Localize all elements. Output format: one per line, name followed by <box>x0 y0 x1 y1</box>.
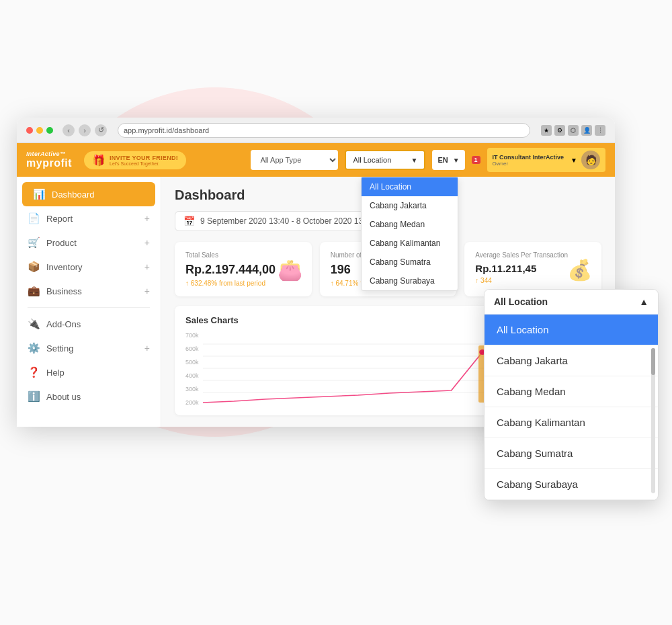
user-name-text: IT Consultant InterActive <box>493 154 564 161</box>
gift-icon: 🎁 <box>92 154 106 167</box>
y-label-700k: 700k <box>185 332 199 339</box>
back-btn[interactable]: ‹ <box>62 124 75 136</box>
dropdown-small-item-kalimantan[interactable]: Cabang Kalimantan <box>362 234 458 253</box>
dropdown-large-up-arrow: ▲ <box>639 296 648 307</box>
sidebar-label-aboutus: About us <box>46 392 150 402</box>
location-select-button[interactable]: All Location ▼ <box>345 150 425 170</box>
location-dropdown-large[interactable]: All Location ▲ All Location Cabang Jakar… <box>484 289 659 501</box>
dropdown-large-item-surabaya[interactable]: Cabang Surabaya <box>485 469 658 500</box>
menu-icon[interactable]: ⋮ <box>595 125 605 136</box>
location-dropdown-small[interactable]: All Location Cabang Jakarta Cabang Medan… <box>361 177 458 291</box>
minimize-window-btn[interactable] <box>36 127 43 134</box>
dropdown-large-item-kalimantan[interactable]: Cabang Kalimantan <box>485 407 658 438</box>
lang-chevron-icon: ▼ <box>453 157 460 164</box>
inventory-icon: 📦 <box>28 261 40 273</box>
window-controls <box>26 127 53 134</box>
browser-action-icons: ★ ⚙ ⬡ 👤 ⋮ <box>541 125 605 136</box>
notification-badge[interactable]: 1 <box>472 156 480 164</box>
settings-icon[interactable]: ⚙ <box>554 125 565 136</box>
invite-banner[interactable]: 🎁 INVITE YOUR FRIEND! Let's Succeed Toge… <box>84 151 186 169</box>
wallet-icon: 👛 <box>278 257 302 281</box>
product-icon: 🛒 <box>28 237 40 249</box>
bookmark-icon[interactable]: ★ <box>541 125 552 136</box>
y-label-300k: 300k <box>185 386 199 392</box>
aboutus-icon: ℹ️ <box>28 390 40 403</box>
language-button[interactable]: EN ▼ <box>432 150 464 170</box>
date-range-bar[interactable]: 📅 9 September 2020 13:40 - 8 October 202… <box>175 211 383 231</box>
dropdown-small-item-all[interactable]: All Location <box>362 177 458 196</box>
forward-btn[interactable]: › <box>79 124 91 136</box>
chart-yaxis: 700k 600k 500k 400k 300k 200k <box>185 332 199 406</box>
browser-navigation: ‹ › ↺ <box>62 124 107 136</box>
sidebar-item-setting[interactable]: ⚙️ Setting + <box>17 336 161 360</box>
sidebar-item-inventory[interactable]: 📦 Inventory + <box>17 255 161 279</box>
url-bar[interactable]: app.myprofit.id/dashboard <box>118 123 530 138</box>
sidebar-label-inventory: Inventory <box>46 262 138 272</box>
sidebar-label-dashboard: Dashboard <box>52 190 144 200</box>
sidebar-item-addons[interactable]: 🔌 Add-Ons <box>17 312 161 336</box>
dropdown-scrollthumb[interactable] <box>651 348 655 375</box>
sidebar-item-product[interactable]: 🛒 Product + <box>17 231 161 255</box>
sidebar-item-business[interactable]: 💼 Business + <box>17 279 161 303</box>
app-type-select[interactable]: All App Type <box>251 150 338 170</box>
dropdown-small-item-sumatra[interactable]: Cabang Sumatra <box>362 253 458 272</box>
sidebar-divider <box>28 307 150 308</box>
avatar: 🧑 <box>581 151 600 169</box>
extension-icon[interactable]: ⬡ <box>568 125 579 136</box>
business-icon: 💼 <box>28 285 40 297</box>
profile-icon[interactable]: 👤 <box>581 125 592 136</box>
dropdown-small-item-jakarta[interactable]: Cabang Jakarta <box>362 196 458 215</box>
stat-card-avg-sales: Average Sales Per Transaction Rp.11.211,… <box>464 242 601 296</box>
report-expand-icon: + <box>144 213 150 224</box>
addons-icon: 🔌 <box>28 318 40 330</box>
sidebar-label-help: Help <box>46 368 150 378</box>
user-info-panel[interactable]: IT Consultant InterActive Owner ▼ 🧑 <box>487 148 605 172</box>
maximize-window-btn[interactable] <box>46 127 53 134</box>
sidebar-label-business: Business <box>46 286 138 296</box>
invite-sub: Let's Succeed Together. <box>110 161 178 166</box>
dropdown-small-item-surabaya[interactable]: Cabang Surabaya <box>362 272 458 290</box>
page-background: ‹ › ↺ app.myprofit.id/dashboard ★ ⚙ ⬡ 👤 … <box>0 0 672 625</box>
setting-icon: ⚙️ <box>28 342 40 354</box>
user-chevron-icon: ▼ <box>571 157 577 164</box>
business-expand-icon: + <box>144 286 150 296</box>
sidebar-label-setting: Setting <box>46 343 138 353</box>
dropdown-large-item-jakarta[interactable]: Cabang Jakarta <box>485 345 658 376</box>
url-text: app.myprofit.id/dashboard <box>124 126 209 134</box>
dashboard-icon: 📊 <box>33 188 45 200</box>
dropdown-large-header[interactable]: All Location ▲ <box>485 290 658 315</box>
sidebar-item-dashboard[interactable]: 📊 Dashboard <box>22 182 155 206</box>
y-label-400k: 400k <box>185 372 199 379</box>
lang-text: EN <box>437 156 448 164</box>
logo-myprofit-text: myprofit <box>26 157 72 169</box>
browser-chrome: ‹ › ↺ app.myprofit.id/dashboard ★ ⚙ ⬡ 👤 … <box>17 118 615 143</box>
user-text: IT Consultant InterActive Owner <box>493 154 564 167</box>
y-label-200k: 200k <box>185 399 199 406</box>
sidebar-item-aboutus[interactable]: ℹ️ About us <box>17 384 161 409</box>
location-value-text: All Location <box>353 156 391 164</box>
dropdown-large-item-sumatra[interactable]: Cabang Sumatra <box>485 438 658 469</box>
dropdown-scrollbar[interactable] <box>651 348 655 493</box>
sidebar-item-report[interactable]: 📄 Report + <box>17 206 161 231</box>
refresh-btn[interactable]: ↺ <box>95 124 107 136</box>
chevron-down-icon: ▼ <box>411 157 417 164</box>
y-label-600k: 600k <box>185 345 199 352</box>
close-window-btn[interactable] <box>26 127 33 134</box>
stat-card-total-sales: Total Sales Rp.2.197.444,00 ↑ 632.48% fr… <box>175 242 312 296</box>
sidebar-label-addons: Add-Ons <box>46 319 150 329</box>
date-range-text: 9 September 2020 13:40 - 8 October 2020 … <box>200 216 374 226</box>
top-navbar: InterActive™ myprofit 🎁 INVITE YOUR FRIE… <box>17 143 615 177</box>
dropdown-large-item-medan[interactable]: Cabang Medan <box>485 376 658 407</box>
invite-title: INVITE YOUR FRIEND! <box>110 155 178 161</box>
dropdown-large-item-all[interactable]: All Location <box>485 315 658 345</box>
logo: InterActive™ myprofit <box>26 151 72 169</box>
logo-interactive-text: InterActive™ <box>26 151 72 157</box>
sidebar-item-help[interactable]: ❓ Help <box>17 360 161 384</box>
money-icon: 💰 <box>567 257 592 281</box>
report-icon: 📄 <box>28 212 40 224</box>
user-role-text: Owner <box>493 161 564 167</box>
y-label-500k: 500k <box>185 359 199 366</box>
dropdown-small-item-medan[interactable]: Cabang Medan <box>362 215 458 234</box>
invite-text: INVITE YOUR FRIEND! Let's Succeed Togeth… <box>110 155 178 166</box>
product-expand-icon: + <box>144 237 150 248</box>
